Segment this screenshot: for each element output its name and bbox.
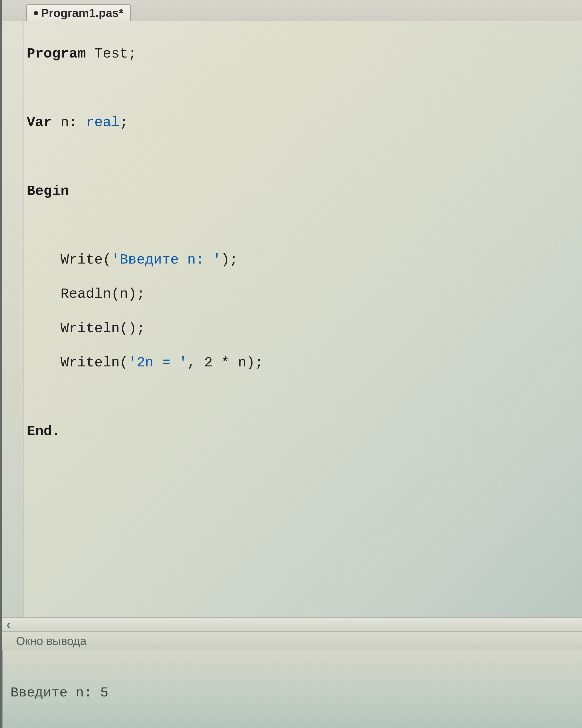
tab-filename: Program1.pas* <box>41 6 123 20</box>
code-text: Readln(n); <box>27 286 145 302</box>
code-string: 'Введите n: ' <box>111 252 221 268</box>
tab-bar: Program1.pas* <box>2 0 582 21</box>
scroll-left-icon[interactable]: ‹ <box>6 617 10 632</box>
code-kw-program: Program <box>27 46 86 62</box>
modified-dot-icon <box>34 11 38 15</box>
code-kw-var: Var <box>27 114 52 130</box>
code-text: Test; <box>86 46 137 62</box>
code-text: ); <box>221 252 238 268</box>
output-line: Введите n: 5 <box>10 685 108 701</box>
editor-pane: Program Test; Var n: real; Begin Write('… <box>2 21 582 617</box>
code-kw-end: End. <box>27 423 60 439</box>
output-panel[interactable]: Введите n: 5 2n = 10 <box>2 650 582 728</box>
horizontal-scrollbar[interactable]: ‹ <box>2 617 582 631</box>
code-kw-begin: Begin <box>27 183 69 199</box>
code-text: n: <box>52 114 86 130</box>
output-title-text: Окно вывода <box>16 634 86 648</box>
code-editor[interactable]: Program Test; Var n: real; Begin Write('… <box>24 21 582 617</box>
code-text: ; <box>120 114 128 130</box>
code-type-real: real <box>86 114 120 130</box>
code-text: Writeln( <box>27 355 128 370</box>
code-text: Write( <box>27 252 111 268</box>
ide-window: Program1.pas* Program Test; Var n: real;… <box>0 0 582 728</box>
code-string: '2n = ' <box>128 355 187 370</box>
code-text: , 2 * n); <box>187 355 263 370</box>
file-tab[interactable]: Program1.pas* <box>26 4 131 21</box>
line-gutter <box>2 21 24 617</box>
code-text: Writeln(); <box>27 320 145 336</box>
output-panel-title: Окно вывода <box>2 631 582 650</box>
